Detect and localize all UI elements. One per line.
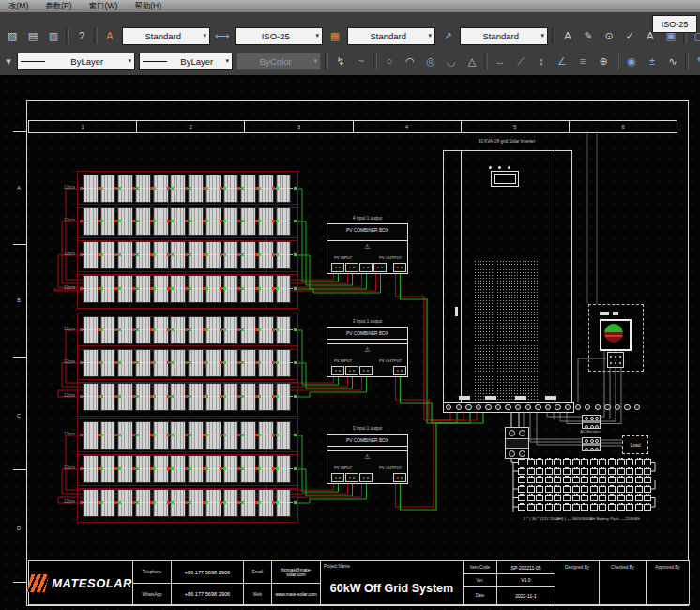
battery-cell [608, 504, 616, 511]
text-style-icon[interactable]: A [100, 26, 119, 45]
single-line-text-icon[interactable]: A [558, 26, 577, 45]
mleader-style-icon[interactable]: ↗ [438, 26, 457, 45]
menu-item-3[interactable]: 帮助(H) [126, 1, 170, 12]
battery-cell [644, 504, 651, 511]
menu-item-1[interactable]: 参数(P) [37, 1, 80, 12]
tolerance-icon[interactable]: ± [643, 52, 662, 70]
dropdown-stub-chevron[interactable]: ▾ [3, 52, 14, 70]
combiner-input-count-label: 3 Input 1 output [327, 319, 407, 324]
table-style-icon[interactable]: ▦ [326, 26, 344, 45]
battery-cell [617, 468, 625, 475]
battery-cell [518, 477, 525, 483]
battery-cell [617, 504, 625, 511]
drawing-canvas[interactable]: 123456 60 KVA Off-grid Solar Inverter AC… [0, 75, 700, 610]
edit-text-icon[interactable]: ✎ [579, 26, 598, 45]
mc4-connector-green [100, 220, 103, 222]
battery-pack-label: 3 * ( 30 * (12V 200AH) ) — 360V/600AH Ba… [502, 516, 662, 521]
mc4-connector-green [153, 501, 156, 504]
pline-icon[interactable]: ↯ [331, 52, 350, 70]
revision-cloud-icon[interactable]: ~ [352, 52, 371, 70]
terminal-dot-red [363, 267, 366, 269]
style-dropdown-1[interactable]: ISO-25▾ [235, 27, 323, 45]
pv-string-count-label: 12pcs [54, 218, 75, 222]
tool-palette-icon[interactable]: ▨ [3, 26, 22, 45]
mc4-connector-red [80, 434, 83, 436]
mc4-connector-green [189, 287, 191, 290]
inverter-led [489, 166, 492, 169]
dim-linear-icon[interactable]: ↔ [491, 52, 510, 70]
battery-cell [554, 459, 561, 465]
dim-offset-icon[interactable]: ⊕ [594, 52, 613, 70]
properties-dropdown-1[interactable]: ByLayer▾ [139, 53, 233, 70]
dim-edit-icon[interactable]: ✎ [692, 52, 700, 70]
dim-style-icon[interactable]: ⟷ [213, 26, 232, 45]
style-dropdown-3[interactable]: Standard▾ [460, 27, 548, 45]
terminal-dot-green [339, 477, 342, 480]
style-dropdown-2[interactable]: Standard▾ [347, 27, 435, 45]
breaker-pole [595, 448, 599, 451]
dim-aligned-icon[interactable]: ⟋ [511, 52, 530, 70]
pv-combiner-box: 4 Input 1 outputPV COMBINER BOX⚠PV INPUT… [327, 223, 408, 274]
mc4-connector-green [205, 220, 208, 222]
pv-combiner-box: 3 Input 1 outputPV COMBINER BOX⚠PV INPUT… [327, 434, 408, 484]
mc4-connector-green [100, 187, 103, 190]
battery-cell [608, 468, 616, 475]
date-value: 2022-11-1 [496, 586, 555, 604]
battery-cell [545, 459, 553, 465]
chevron-down-icon: ▾ [203, 32, 206, 39]
inverter-panel-line [461, 151, 462, 406]
mc4-connector-red [80, 187, 83, 190]
mc4-connector-green [118, 434, 121, 436]
style-dropdown-value: Standard [351, 31, 425, 41]
dim-vertical-icon[interactable]: ↕ [532, 52, 551, 70]
battery-cell [572, 495, 580, 501]
properties-icon[interactable]: ▥ [44, 26, 63, 45]
battery-cell [536, 468, 543, 475]
mc4-connector-green [136, 253, 139, 256]
donut-icon[interactable]: ◎ [421, 52, 440, 70]
input-terminal [331, 473, 344, 482]
battery-cell [563, 495, 571, 501]
dim-baseline-icon[interactable]: ≡ [573, 52, 592, 70]
find-replace-icon[interactable]: ⊙ [600, 26, 618, 45]
mc4-connector-green [205, 187, 208, 190]
mc4-connector-green [294, 361, 297, 364]
terminal-dot-green [353, 477, 356, 480]
center-mark-icon[interactable]: ◉ [622, 52, 641, 70]
dim-style-current-box[interactable]: ISO-25 [652, 15, 697, 33]
spell-check-icon[interactable]: ✓ [620, 26, 639, 45]
mc4-connector-green [258, 220, 261, 222]
arc-icon[interactable]: ◠ [401, 52, 419, 70]
breaker-pole [590, 417, 594, 420]
mc4-connector-green [118, 395, 121, 398]
jog-line-icon[interactable]: ∿ [663, 52, 682, 70]
battery-cell [518, 504, 525, 511]
menu-item-0[interactable]: 改(M) [0, 1, 37, 12]
triangle-icon[interactable]: △ [463, 52, 481, 70]
mc4-connector-green [136, 467, 139, 470]
properties-dropdown-0[interactable]: ByLayer▾ [17, 53, 135, 70]
mc4-connector-green [241, 395, 244, 398]
ellipse-arc-icon[interactable]: ◡ [442, 52, 461, 70]
mc4-connector-green [100, 434, 103, 436]
email-label: Email [243, 561, 271, 583]
mc4-connector-green [258, 328, 261, 331]
menu-item-2[interactable]: 窗口(W) [81, 1, 127, 12]
battery-cell [527, 468, 535, 475]
circle-icon[interactable]: ○ [380, 52, 399, 70]
toolbar-properties-row: ▾ByLayer▾ByLayer▾ByColor▾↯~○◠◎◡△↔⟋↕∠≡⊕◉±… [0, 50, 700, 72]
battery-cell [626, 459, 633, 465]
terminal-dot-red [349, 370, 352, 373]
cad-application-window: 改(M)参数(P)窗口(W)帮助(H) ▨▤▥?AStandard▾⟷ISO-2… [0, 0, 700, 610]
mc4-connector-green [171, 187, 174, 190]
inverter-door-handle [455, 307, 458, 316]
help-icon[interactable]: ? [72, 26, 91, 45]
style-dropdown-0[interactable]: Standard▾ [122, 27, 210, 45]
pv-string-count-label: 12pcs [54, 499, 75, 504]
dim-angular-icon[interactable]: ∠ [553, 52, 571, 70]
mc4-connector-green [136, 361, 139, 364]
mc4-connector-green [100, 361, 103, 364]
mc4-connector-green [189, 328, 191, 331]
warning-triangle-icon: ⚠ [327, 346, 407, 354]
design-center-icon[interactable]: ▤ [23, 26, 42, 45]
